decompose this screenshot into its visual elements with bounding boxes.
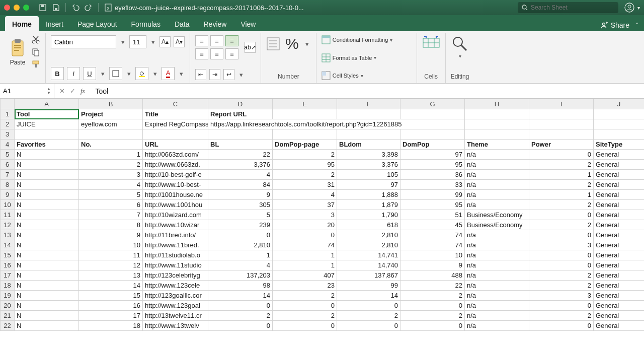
cell[interactable]: N: [15, 210, 79, 220]
cell[interactable]: 99: [337, 281, 400, 291]
tab-page-layout[interactable]: Page Layout: [70, 16, 124, 31]
cell[interactable]: 1,790: [337, 210, 400, 220]
row-header[interactable]: 1: [1, 109, 15, 119]
row-header[interactable]: 12: [1, 220, 15, 230]
tab-view[interactable]: View: [233, 16, 263, 31]
cell[interactable]: 1: [273, 250, 337, 260]
minimize-window-icon[interactable]: [14, 5, 20, 11]
cell[interactable]: n/a: [465, 240, 529, 250]
user-menu-chevron-icon[interactable]: ▾: [637, 5, 640, 11]
percent-button[interactable]: %: [285, 35, 299, 52]
col-header[interactable]: E: [273, 99, 337, 109]
row-header[interactable]: 4: [1, 140, 15, 150]
cell[interactable]: 2: [208, 311, 273, 321]
cell[interactable]: General: [594, 281, 645, 291]
font-size-chevron-icon[interactable]: ▾: [149, 38, 156, 46]
row-header[interactable]: 5: [1, 150, 15, 160]
cell[interactable]: 0: [529, 210, 594, 220]
tab-insert[interactable]: Insert: [39, 16, 70, 31]
cell[interactable]: 3,376: [337, 160, 400, 170]
cell[interactable]: General: [594, 220, 645, 230]
cell[interactable]: n/a: [465, 180, 529, 190]
font-name-select[interactable]: [51, 35, 116, 48]
close-window-icon[interactable]: [4, 5, 10, 11]
tab-home[interactable]: Home: [5, 16, 39, 31]
cell[interactable]: Title: [143, 109, 208, 119]
cell[interactable]: General: [594, 260, 645, 270]
cell[interactable]: 4: [208, 170, 273, 180]
cell[interactable]: 0: [337, 321, 400, 331]
cell[interactable]: n/a: [465, 321, 529, 331]
cell[interactable]: Project: [79, 109, 143, 119]
format-painter-icon[interactable]: [31, 59, 40, 69]
cell[interactable]: 3: [529, 291, 594, 301]
cell[interactable]: 0: [208, 321, 273, 331]
cell[interactable]: 74: [400, 240, 465, 250]
spreadsheet-grid[interactable]: A B C D E F G H I J 1 Tool ProjectTitleR…: [0, 99, 644, 342]
cell[interactable]: http://10-best-golf-e: [143, 170, 208, 180]
cut-icon[interactable]: [31, 35, 40, 44]
cell[interactable]: DomPop: [400, 140, 465, 150]
cell[interactable]: http://1001house.ne: [143, 190, 208, 200]
number-format-button[interactable]: [266, 37, 280, 51]
cell[interactable]: N: [15, 180, 79, 190]
row-header[interactable]: 19: [1, 291, 15, 301]
cell[interactable]: [273, 129, 337, 140]
align-bottom-left[interactable]: ≡: [195, 48, 208, 59]
copy-icon[interactable]: [31, 47, 40, 56]
cell[interactable]: 95: [273, 160, 337, 170]
cell[interactable]: http://www.123cele: [143, 281, 208, 291]
cell[interactable]: [337, 129, 400, 140]
cell[interactable]: 2: [273, 291, 337, 301]
col-header[interactable]: F: [337, 99, 400, 109]
row-header[interactable]: 11: [1, 210, 15, 220]
cell[interactable]: 0: [529, 260, 594, 270]
row-header[interactable]: 2: [1, 119, 15, 129]
cell[interactable]: General: [594, 321, 645, 331]
col-header[interactable]: A: [15, 99, 79, 109]
cell[interactable]: http://www.10-best-: [143, 180, 208, 190]
align-top-left[interactable]: ≡: [195, 35, 208, 46]
cell[interactable]: 15: [79, 291, 143, 301]
cell[interactable]: N: [15, 281, 79, 291]
cell[interactable]: 95: [400, 160, 465, 170]
cell[interactable]: http://11studiolab.o: [143, 250, 208, 260]
cell[interactable]: N: [15, 270, 79, 281]
cell[interactable]: Favorites: [15, 140, 79, 150]
cell[interactable]: General: [594, 170, 645, 180]
cell[interactable]: 74: [273, 240, 337, 250]
cell[interactable]: 488: [400, 270, 465, 281]
cell[interactable]: [465, 129, 529, 140]
row-header[interactable]: 18: [1, 281, 15, 291]
cell[interactable]: Business/Economy: [465, 210, 529, 220]
decrease-font-icon[interactable]: A▾: [174, 36, 185, 47]
cell[interactable]: N: [15, 260, 79, 270]
cell[interactable]: Power: [529, 140, 594, 150]
cell[interactable]: 20: [273, 220, 337, 230]
cell[interactable]: http://www.10wizar: [143, 220, 208, 230]
cell[interactable]: 1: [529, 190, 594, 200]
cell[interactable]: General: [594, 160, 645, 170]
cell[interactable]: 3: [529, 240, 594, 250]
cell[interactable]: 97: [337, 180, 400, 190]
font-size-select[interactable]: [129, 35, 146, 48]
cell[interactable]: n/a: [465, 311, 529, 321]
user-icon[interactable]: [624, 3, 634, 13]
accept-formula-icon[interactable]: ✓: [70, 87, 75, 95]
row-header[interactable]: 3: [1, 129, 15, 140]
row-header[interactable]: 15: [1, 250, 15, 260]
cell[interactable]: 11: [79, 250, 143, 260]
cell[interactable]: [594, 109, 645, 119]
search-input[interactable]: [531, 4, 614, 11]
cell[interactable]: n/a: [465, 150, 529, 160]
cell[interactable]: 0: [337, 301, 400, 311]
tab-formulas[interactable]: Formulas: [124, 16, 168, 31]
col-header[interactable]: C: [143, 99, 208, 109]
row-header[interactable]: 16: [1, 260, 15, 270]
cell[interactable]: N: [15, 190, 79, 200]
cell[interactable]: http://10wizard.com: [143, 210, 208, 220]
cell[interactable]: [465, 109, 529, 119]
cell[interactable]: 3,376: [208, 160, 273, 170]
cell[interactable]: 6: [79, 200, 143, 210]
cell[interactable]: General: [594, 210, 645, 220]
